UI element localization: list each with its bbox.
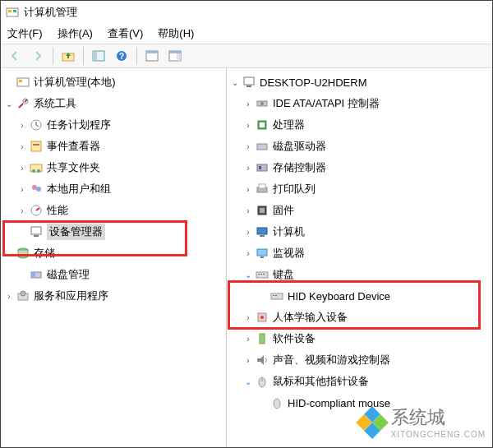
menu-action[interactable]: 操作(A) bbox=[58, 26, 93, 41]
menu-view[interactable]: 查看(V) bbox=[108, 26, 143, 41]
mouse-icon bbox=[255, 374, 270, 389]
up-button[interactable] bbox=[58, 46, 79, 66]
device-hid-mouse[interactable]: HID-compliant mouse bbox=[227, 392, 492, 413]
expand-icon[interactable]: › bbox=[16, 182, 29, 196]
tree-event-viewer[interactable]: › 事件查看器 bbox=[1, 136, 226, 157]
ide-icon bbox=[255, 96, 270, 111]
device-computer[interactable]: › 计算机 bbox=[227, 221, 492, 242]
tools-icon bbox=[16, 96, 30, 111]
computer-mgmt-icon bbox=[16, 75, 30, 90]
tree-disk-mgmt[interactable]: 磁盘管理 bbox=[1, 264, 226, 285]
help-button[interactable]: ? bbox=[111, 46, 132, 66]
expand-icon[interactable]: › bbox=[242, 311, 255, 324]
device-firmware[interactable]: › 固件 bbox=[227, 200, 492, 221]
users-icon bbox=[29, 182, 44, 196]
content-area: 计算机管理(本地) ⌄ 系统工具 › 任务计划程序 › 事件查看器 › 共享文件… bbox=[1, 68, 492, 448]
tree-label: HID Keyboard Device bbox=[288, 290, 390, 303]
svg-point-23 bbox=[36, 187, 41, 192]
svg-rect-18 bbox=[33, 144, 39, 145]
tree-services-apps[interactable]: › 服务和应用程序 bbox=[1, 285, 226, 307]
cpu-icon bbox=[255, 118, 270, 132]
device-root[interactable]: ⌄ DESKTOP-U2HDERM bbox=[227, 72, 492, 93]
device-software[interactable]: › 软件设备 bbox=[227, 328, 492, 349]
tree-label: 键盘 bbox=[273, 267, 294, 282]
expand-icon[interactable]: › bbox=[16, 118, 29, 132]
tree-storage[interactable]: ⌄ 存储 bbox=[1, 242, 226, 264]
event-icon bbox=[29, 139, 44, 154]
device-monitor[interactable]: › 监视器 bbox=[227, 242, 492, 264]
panel-button-1[interactable] bbox=[141, 46, 163, 66]
tree-device-manager[interactable]: 设备管理器 bbox=[1, 221, 226, 242]
device-disk-drives[interactable]: › 磁盘驱动器 bbox=[227, 136, 492, 157]
toolbar: ? bbox=[1, 44, 492, 68]
expand-icon[interactable]: ⌄ bbox=[228, 76, 242, 89]
menu-help[interactable]: 帮助(H) bbox=[158, 26, 194, 41]
show-hide-tree-button[interactable] bbox=[88, 46, 109, 66]
expand-icon[interactable]: › bbox=[242, 118, 255, 132]
svg-point-59 bbox=[260, 316, 264, 319]
device-keyboard[interactable]: ⌄ 键盘 bbox=[227, 264, 492, 285]
expand-icon[interactable]: ⌄ bbox=[2, 97, 16, 110]
menu-file[interactable]: 文件(F) bbox=[7, 26, 43, 41]
expand-icon[interactable]: › bbox=[242, 225, 255, 238]
svg-rect-1 bbox=[8, 10, 12, 12]
tree-system-tools[interactable]: ⌄ 系统工具 bbox=[1, 93, 226, 114]
expand-icon[interactable]: › bbox=[16, 140, 29, 153]
tree-root[interactable]: 计算机管理(本地) bbox=[1, 72, 226, 93]
svg-rect-31 bbox=[32, 273, 35, 277]
expand-icon[interactable]: › bbox=[242, 353, 255, 367]
expand-icon[interactable]: ⌄ bbox=[2, 247, 16, 260]
forward-button[interactable] bbox=[27, 46, 48, 66]
device-cpu[interactable]: › 处理器 bbox=[227, 114, 492, 136]
svg-point-33 bbox=[21, 291, 25, 296]
tree-label: 存储 bbox=[34, 246, 55, 261]
expand-icon[interactable]: › bbox=[242, 140, 255, 153]
svg-rect-60 bbox=[260, 334, 265, 344]
expand-icon[interactable]: › bbox=[242, 204, 255, 217]
app-icon bbox=[6, 6, 19, 19]
expand-icon[interactable]: ⌄ bbox=[242, 375, 255, 388]
blank-expander bbox=[16, 225, 29, 238]
device-hid-input[interactable]: › 人体学输入设备 bbox=[227, 307, 492, 328]
svg-rect-9 bbox=[146, 51, 158, 53]
panel-button-2[interactable] bbox=[164, 46, 186, 66]
back-button[interactable] bbox=[4, 46, 25, 66]
tree-performance[interactable]: › 性能 bbox=[1, 200, 226, 221]
expand-icon[interactable]: › bbox=[242, 97, 255, 110]
device-hid-keyboard[interactable]: HID Keyboard Device bbox=[227, 285, 492, 307]
device-mouse[interactable]: ⌄ 鼠标和其他指针设备 bbox=[227, 371, 492, 392]
expand-icon[interactable]: › bbox=[242, 332, 255, 345]
tree-shared-folders[interactable]: › 共享文件夹 bbox=[1, 157, 226, 178]
software-icon bbox=[255, 331, 270, 346]
svg-rect-47 bbox=[257, 228, 267, 234]
tree-label: 软件设备 bbox=[273, 331, 316, 346]
expand-icon[interactable]: ⌄ bbox=[242, 268, 255, 281]
hid-icon bbox=[255, 310, 270, 325]
tree-local-users[interactable]: › 本地用户和组 bbox=[1, 178, 226, 200]
blank-expander bbox=[256, 289, 270, 303]
tree-label: 事件查看器 bbox=[47, 139, 100, 154]
expand-icon[interactable]: › bbox=[242, 161, 255, 174]
svg-rect-50 bbox=[260, 256, 264, 258]
expand-icon[interactable]: › bbox=[2, 289, 16, 303]
tree-label: IDE ATA/ATAPI 控制器 bbox=[273, 96, 380, 111]
clock-icon bbox=[29, 118, 44, 132]
device-storage-ctrl[interactable]: › 存储控制器 bbox=[227, 157, 492, 178]
expand-icon[interactable]: › bbox=[242, 182, 255, 196]
svg-rect-48 bbox=[260, 235, 265, 237]
svg-rect-55 bbox=[271, 293, 283, 299]
expand-icon[interactable]: › bbox=[16, 204, 29, 217]
tree-label: 共享文件夹 bbox=[47, 160, 100, 175]
device-sound[interactable]: › 声音、视频和游戏控制器 bbox=[227, 349, 492, 371]
tree-label: 处理器 bbox=[273, 118, 305, 132]
tree-label: 设备管理器 bbox=[47, 224, 105, 240]
expand-icon[interactable]: › bbox=[242, 247, 255, 260]
device-print-queue[interactable]: › 打印队列 bbox=[227, 178, 492, 200]
tree-task-scheduler[interactable]: › 任务计划程序 bbox=[1, 114, 226, 136]
right-tree-pane: ⌄ DESKTOP-U2HDERM › IDE ATA/ATAPI 控制器 › … bbox=[227, 68, 492, 448]
expand-icon[interactable]: › bbox=[16, 161, 29, 174]
shared-folder-icon bbox=[29, 160, 44, 175]
svg-rect-14 bbox=[19, 80, 22, 82]
tree-label: 磁盘驱动器 bbox=[273, 139, 326, 154]
device-ide[interactable]: › IDE ATA/ATAPI 控制器 bbox=[227, 93, 492, 114]
